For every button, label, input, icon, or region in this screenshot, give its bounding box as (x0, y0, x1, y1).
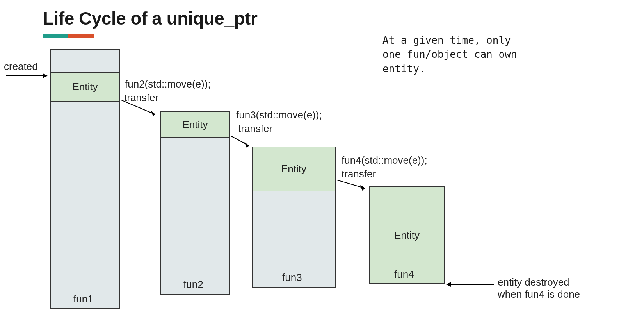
transfer1-arrow (120, 100, 163, 119)
transfer2-code: fun3(std::move(e)); (236, 109, 322, 121)
transfer2-arrow (230, 136, 256, 151)
slide-title: Life Cycle of a unique_ptr (43, 8, 257, 29)
entity-label: Entity (281, 163, 306, 175)
fun4-label: fun4 (394, 268, 414, 281)
svg-line-4 (336, 180, 365, 188)
transfer3-code: fun4(std::move(e)); (342, 154, 427, 166)
underline-orange (68, 34, 94, 38)
fun2-box (160, 111, 230, 295)
destroyed-text: entity destroyed when fun4 is done (498, 276, 580, 300)
note-line-1: At a given time, only (382, 33, 517, 47)
underline-teal (43, 34, 68, 38)
destroyed-arrow (447, 284, 494, 285)
fun3-entity: Entity (252, 147, 336, 191)
svg-marker-3 (244, 142, 249, 148)
transfer3-label: transfer (342, 168, 376, 180)
entity-label: Entity (182, 119, 208, 131)
destroyed-line-2: when fun4 is done (498, 288, 580, 300)
transfer2-label: transfer (238, 123, 272, 135)
fun3-label: fun3 (282, 272, 302, 284)
destroyed-line-1: entity destroyed (498, 276, 580, 288)
lifecycle-diagram: Entity fun1 Entity fun2 Entity fun3 Enti… (0, 49, 644, 322)
fun2-entity: Entity (160, 111, 230, 138)
transfer1-code: fun2(std::move(e)); (125, 78, 211, 90)
svg-line-0 (120, 100, 155, 114)
transfer3-arrow (336, 180, 373, 193)
fun2-label: fun2 (183, 279, 203, 291)
created-label: created (4, 61, 38, 73)
entity-label: Entity (72, 81, 98, 93)
fun1-label: fun1 (73, 293, 93, 305)
created-arrow (6, 75, 47, 76)
title-underline (43, 34, 94, 38)
entity-label: Entity (394, 229, 420, 241)
fun1-entity: Entity (50, 72, 120, 102)
